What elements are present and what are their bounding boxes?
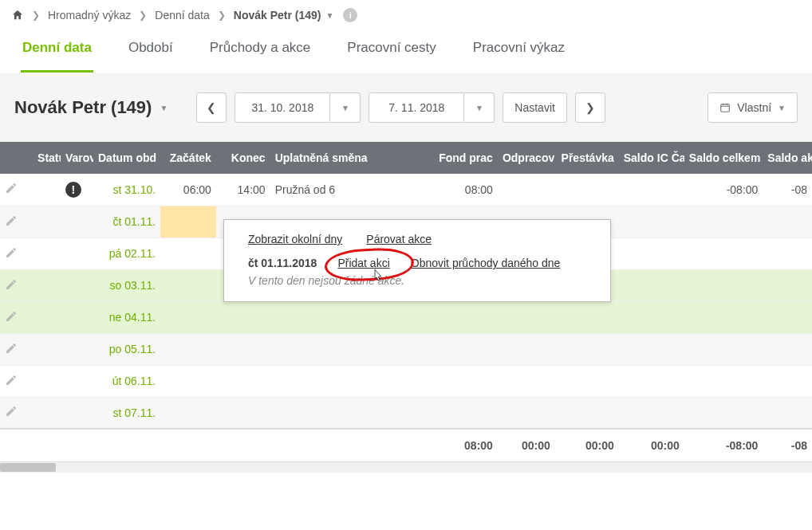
popover-link-obnovit[interactable]: Obnovit průchody daného dne	[411, 257, 561, 269]
next-button[interactable]: ❯	[575, 92, 605, 123]
cell-saldo-celkem	[684, 206, 763, 238]
breadcrumb-item[interactable]: Hromadný výkaz	[48, 9, 131, 22]
tab-pruchody[interactable]: Průchody a akce	[208, 32, 313, 73]
breadcrumb-item-current[interactable]: Novák Petr (149) ▼	[234, 9, 334, 22]
cell-saldo-ic	[619, 301, 684, 333]
toolbar: Novák Petr (149) ▼ ❮ 31. 10. 2018 ▼ 7. 1…	[0, 73, 812, 142]
popover-link-pridat[interactable]: Přidat akci	[337, 257, 389, 269]
table-row[interactable]: st 07.11.	[0, 397, 812, 429]
date-from-dropdown[interactable]: ▼	[330, 92, 361, 123]
footer-fond: 08:00	[434, 429, 498, 461]
edit-icon[interactable]	[5, 405, 18, 418]
cell-odprac	[498, 301, 555, 333]
edit-icon[interactable]	[5, 374, 18, 387]
tabs: Denní data Období Průchody a akce Pracov…	[0, 32, 812, 73]
cell-prest	[555, 174, 619, 206]
cell-saldo-ic	[619, 397, 684, 429]
data-table-wrap: Statu Varov Datum obd Začátek Konec Upla…	[0, 142, 812, 461]
cell-saldo-celkem	[684, 333, 763, 365]
cell-konec	[216, 397, 270, 429]
date-to-group: 7. 11. 2018 ▼	[369, 92, 495, 123]
col-prest[interactable]: Přestávka	[555, 142, 619, 174]
col-saldo-ic[interactable]: Saldo IC Čas	[619, 142, 684, 174]
prev-button[interactable]: ❮	[196, 92, 227, 123]
warning-icon[interactable]: !	[65, 182, 81, 198]
tab-obdobi[interactable]: Období	[127, 32, 175, 73]
home-icon[interactable]	[11, 9, 24, 22]
col-edit[interactable]	[0, 142, 33, 174]
col-fond[interactable]: Fond prac	[434, 142, 498, 174]
edit-icon[interactable]	[5, 246, 18, 259]
footer-saldo-ak: -08	[763, 429, 812, 461]
cell-konec: 14:00	[216, 174, 270, 206]
col-saldo-ak[interactable]: Saldo ak	[763, 142, 812, 174]
cell-zacatek	[160, 206, 216, 238]
table-header-row: Statu Varov Datum obd Začátek Konec Upla…	[0, 142, 812, 174]
cell-zacatek	[160, 238, 216, 269]
breadcrumb-item[interactable]: Denní data	[155, 9, 210, 22]
tab-denni-data[interactable]: Denní data	[21, 32, 93, 73]
cell-saldo-celkem: -08:00	[684, 174, 763, 206]
cell-saldo-ic	[619, 238, 684, 269]
date-from-input[interactable]: 31. 10. 2018	[235, 92, 330, 123]
cell-saldo-ak: -08	[763, 174, 812, 206]
edit-icon[interactable]	[5, 182, 18, 194]
chevron-right-icon: ❯	[218, 10, 226, 21]
tab-pracovni-vykaz[interactable]: Pracovní výkaz	[471, 32, 566, 73]
info-icon[interactable]: i	[343, 8, 357, 22]
chevron-down-icon: ▼	[325, 11, 333, 20]
cell-saldo-ak	[763, 397, 812, 429]
footer-saldo-celkem: -08:00	[684, 429, 763, 461]
col-konec[interactable]: Konec	[216, 142, 270, 174]
date-from-group: 31. 10. 2018 ▼	[235, 92, 361, 123]
date-to-input[interactable]: 7. 11. 2018	[369, 92, 464, 123]
cell-odprac	[498, 174, 555, 206]
cell-smena	[270, 301, 434, 333]
chevron-right-icon: ❯	[585, 101, 595, 114]
cell-saldo-celkem	[684, 397, 763, 429]
cell-zacatek	[160, 301, 216, 333]
cell-fond	[434, 301, 498, 333]
edit-icon[interactable]	[5, 214, 18, 227]
col-status[interactable]: Statu	[33, 142, 61, 174]
chevron-right-icon: ❯	[139, 10, 147, 21]
cell-prest	[555, 333, 619, 365]
col-zacatek[interactable]: Začátek	[160, 142, 216, 174]
cell-saldo-ak	[763, 238, 812, 269]
popover-link-parovat[interactable]: Párovat akce	[366, 233, 432, 245]
table-row[interactable]: út 06.11.	[0, 365, 812, 397]
cell-smena	[270, 397, 434, 429]
chevron-down-icon: ▼	[778, 104, 786, 112]
cell-date: po 05.11.	[93, 333, 160, 365]
person-dropdown[interactable]: Novák Petr (149) ▼	[14, 97, 168, 118]
cell-fond	[434, 333, 498, 365]
col-datum[interactable]: Datum obd	[93, 142, 160, 174]
cell-odprac	[498, 365, 555, 397]
scrollbar-thumb[interactable]	[0, 463, 56, 472]
col-odprac[interactable]: Odpracov	[498, 142, 555, 174]
cell-konec	[216, 301, 270, 333]
popover-empty-msg: V tento den nejsou žádné akce.	[248, 274, 586, 287]
cell-zacatek	[160, 269, 216, 301]
footer-saldo-ic: 00:00	[619, 429, 684, 461]
table-row[interactable]: po 05.11.	[0, 333, 812, 365]
edit-icon[interactable]	[5, 310, 18, 323]
cell-zacatek: 06:00	[160, 174, 216, 206]
horizontal-scrollbar[interactable]	[0, 461, 812, 473]
date-to-dropdown[interactable]: ▼	[464, 92, 495, 123]
col-smena[interactable]: Uplatněná směna	[270, 142, 434, 174]
cell-saldo-ic	[619, 365, 684, 397]
cell-date: čt 01.11.	[93, 206, 160, 238]
edit-icon[interactable]	[5, 342, 18, 355]
col-varov[interactable]: Varov	[61, 142, 93, 174]
edit-icon[interactable]	[5, 278, 18, 291]
col-saldo-celkem[interactable]: Saldo celkem	[684, 142, 763, 174]
table-row[interactable]: ne 04.11.	[0, 301, 812, 333]
set-button[interactable]: Nastavit	[503, 92, 567, 123]
cell-konec	[216, 365, 270, 397]
popover-link-okolni[interactable]: Zobrazit okolní dny	[248, 233, 342, 245]
chevron-down-icon: ▼	[160, 104, 168, 112]
tab-pracovni-cesty[interactable]: Pracovní cesty	[345, 32, 438, 73]
table-row[interactable]: !st 31.10.06:0014:00Pružná od 608:00-08:…	[0, 174, 812, 206]
custom-range-button[interactable]: Vlastní ▼	[708, 92, 798, 123]
